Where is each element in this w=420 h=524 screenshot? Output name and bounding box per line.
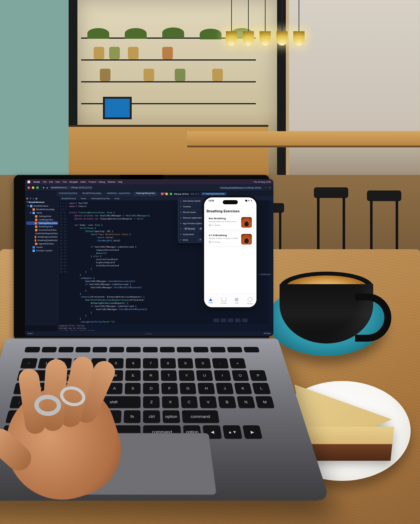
tabbar-item-home[interactable]: Home <box>204 294 217 307</box>
key[interactable] <box>109 347 124 353</box>
key[interactable]: ; <box>9 396 29 408</box>
key[interactable]: 6 <box>125 358 141 368</box>
key[interactable]: Y <box>178 370 195 381</box>
key[interactable]: , <box>5 410 25 423</box>
key[interactable] <box>58 347 74 353</box>
key[interactable]: \ <box>50 383 68 394</box>
breadcrumb-segment[interactable]: Views <box>81 197 86 200</box>
key[interactable] <box>160 347 175 353</box>
navigator-item[interactable]: ExerciseCardView <box>26 228 58 232</box>
iphone-tab-bar[interactable]: Home 30 days Stats Settings <box>204 294 256 307</box>
key[interactable] <box>244 347 260 353</box>
exercise-card[interactable]: 4-7-8 Breathing Reduce anxiety or prepar… <box>207 232 254 247</box>
key[interactable] <box>126 347 141 353</box>
menubar-item[interactable]: Debug <box>99 181 105 183</box>
key[interactable] <box>210 347 226 353</box>
sim-close-icon[interactable] <box>161 193 164 195</box>
key[interactable]: del <box>17 370 52 381</box>
editor-tab[interactable]: TrainingHistoryView <box>133 191 158 196</box>
navigator-item[interactable]: BreathingView <box>26 225 58 228</box>
key[interactable]: Z <box>143 396 160 408</box>
key[interactable]: 5 <box>108 358 124 368</box>
sim-footer-button[interactable] <box>221 319 226 322</box>
key[interactable]: tab <box>53 370 88 381</box>
key[interactable] <box>177 347 192 353</box>
key[interactable]: 9 <box>178 358 194 368</box>
key[interactable]: O <box>232 370 249 381</box>
key[interactable]: R <box>143 370 159 381</box>
key[interactable] <box>193 347 209 353</box>
navigator-item[interactable]: Preview Content <box>26 249 58 252</box>
tabbar-item-stats[interactable]: Stats <box>230 294 243 307</box>
key[interactable]: 1 <box>37 358 55 368</box>
key[interactable]: W <box>107 370 123 381</box>
key[interactable]: - <box>212 358 229 368</box>
key[interactable]: ▶ <box>242 425 263 439</box>
key[interactable]: fn <box>124 410 141 423</box>
menubar-item[interactable]: Navigate <box>69 181 78 183</box>
key[interactable]: V <box>199 396 217 408</box>
editor-tab[interactable]: BreathWorkoutApp <box>80 191 104 196</box>
key[interactable]: I <box>214 370 231 381</box>
key[interactable]: D <box>143 383 159 394</box>
sim-minimize-icon[interactable] <box>165 193 168 195</box>
editor-tab[interactable]: HealthInfo…equestView <box>104 191 133 196</box>
key[interactable]: option <box>163 410 180 423</box>
key[interactable]: [ <box>13 383 32 394</box>
bottombar-right[interactable]: ⊞ Filter <box>264 332 271 335</box>
macos-menubar[interactable]: Xcode FileEditViewFindNavigateEditorProd… <box>25 179 273 184</box>
menubar-item[interactable]: Find <box>62 181 67 183</box>
key[interactable]: = <box>229 358 246 368</box>
key[interactable]: N <box>237 396 256 408</box>
key[interactable]: / <box>45 410 64 423</box>
key[interactable]: 4 <box>90 358 107 368</box>
key[interactable]: 0 <box>195 358 211 368</box>
navigator-item[interactable]: HealthInfoRequestView <box>26 232 58 235</box>
key[interactable]: J <box>216 383 234 394</box>
key[interactable]: ' <box>28 396 47 408</box>
key[interactable]: X <box>162 396 179 408</box>
navigator-item[interactable]: ChallengeView <box>26 218 58 221</box>
editor-bottom-bar[interactable]: Auto ⟩ ⌕ Filter ⊞ Filter <box>25 331 273 336</box>
key[interactable]: A <box>106 383 123 394</box>
navigator-item[interactable]: TrainingHistoryView <box>26 221 58 225</box>
key[interactable]: M <box>255 396 275 408</box>
simulator-footer-buttons[interactable] <box>206 319 255 322</box>
menubar-item[interactable]: Editor <box>81 181 86 183</box>
menubar-item[interactable]: Product <box>89 181 96 183</box>
key[interactable] <box>92 347 107 353</box>
tabbar-item-30 days[interactable]: 30 days <box>217 294 230 307</box>
key[interactable]: 7 <box>143 358 159 368</box>
navigator-item[interactable]: AppIntentsView <box>26 242 58 245</box>
key[interactable]: H <box>198 383 215 394</box>
library-icon[interactable]: ＋ <box>265 186 267 189</box>
project-navigator[interactable]: ▤⚲⚠◧ BreathWorkout BreathWorkoutBreathWo… <box>25 196 60 325</box>
sim-footer-button[interactable] <box>235 319 241 322</box>
key[interactable]: shift <box>86 396 141 408</box>
navigator-item[interactable]: Assets <box>26 245 58 249</box>
key[interactable] <box>41 347 57 353</box>
key[interactable]: ~ <box>20 358 38 368</box>
key[interactable]: E <box>125 370 141 381</box>
key[interactable]: ] <box>32 383 50 394</box>
key[interactable]: S <box>125 383 141 394</box>
navigator-item[interactable]: SettingsView <box>26 215 58 218</box>
window-zoom-icon[interactable] <box>36 186 39 189</box>
keyboard[interactable]: ~1234567890-=deltabQWERTYUIOP[]\capsASDF… <box>4 347 280 427</box>
key[interactable]: 2 <box>55 358 72 368</box>
navigator-item[interactable]: BreathingCountView <box>26 235 58 239</box>
nav-root[interactable]: BreathWorkout <box>27 201 58 203</box>
preview-chip[interactable]: ⟳ TrainingHistoryView <box>201 192 227 195</box>
key[interactable]: K <box>234 383 252 394</box>
window-minimize-icon[interactable] <box>32 186 34 189</box>
iphone-simulator[interactable]: 13:56 ䷀ ᯤ ▮ Breathing Exercises Box Brea… <box>204 197 256 307</box>
menubar-item[interactable]: Window <box>108 181 115 183</box>
key[interactable]: shift <box>64 410 121 423</box>
breadcrumb-segment[interactable]: body <box>115 197 119 200</box>
key[interactable]: P <box>249 370 267 381</box>
menubar-item[interactable]: Edit <box>49 181 53 183</box>
tabbar-item-settings[interactable]: Settings <box>243 294 256 307</box>
key[interactable]: 8 <box>160 358 176 368</box>
run-button-icon[interactable]: ▶ <box>43 186 45 189</box>
scheme-chip[interactable]: BreathWorkout ⟩ 📱 iPhone 15 Pro (17.5) <box>50 186 93 189</box>
